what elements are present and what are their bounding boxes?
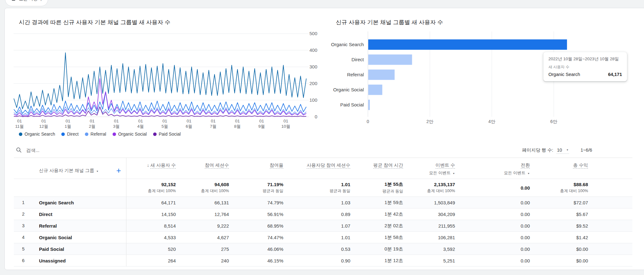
metric-cell: 211,955	[403, 220, 455, 231]
header-row-number-spacer	[14, 158, 33, 179]
table-row[interactable]: 6Unassigned26424046.15%0.901분 12초5,2510.…	[14, 255, 632, 267]
legend-dot-icon	[113, 132, 116, 136]
svg-text:10월: 10월	[281, 124, 291, 129]
metric-cell: 74.47%	[229, 232, 283, 243]
legend-dot-icon	[61, 132, 65, 136]
column-header-2[interactable]: 참여 세션수	[176, 158, 229, 179]
rows-per-page-label: 페이지당 행 수:	[522, 147, 553, 153]
channel-name: Unassigned	[33, 255, 126, 266]
metric-cell: 56.91%	[229, 208, 283, 220]
table-search[interactable]	[16, 147, 522, 153]
svg-text:01: 01	[65, 119, 70, 123]
legend-item-organic-search[interactable]: Organic Search	[19, 132, 55, 137]
data-table: 페이지당 행 수: 10 ▼ 1~6/6 신규 사용자 기본 채널 그룹▼ + …	[14, 143, 632, 267]
svg-text:01: 01	[211, 119, 215, 123]
metric-cell: 46.06%	[229, 243, 283, 255]
metric-cell: $0.00	[530, 243, 588, 255]
svg-text:01: 01	[114, 119, 119, 123]
sort-descending-icon: ↓	[147, 163, 149, 168]
svg-text:9월: 9월	[258, 124, 265, 129]
metric-cell: 66,131	[176, 197, 229, 208]
dimension-column-header[interactable]: 신규 사용자 기본 채널 그룹▼ +	[33, 158, 126, 179]
svg-text:12월: 12월	[39, 124, 48, 129]
metric-cell: 0.00	[455, 220, 530, 231]
table-totals-row: 92,152총계 대비 100%94,608총계 대비 100%71.19%평균…	[14, 179, 632, 197]
svg-text:01: 01	[162, 119, 167, 123]
row-number: 6	[14, 255, 33, 266]
metric-cell: 0분 19초	[350, 243, 403, 255]
rows-per-page-select[interactable]: 10 ▼	[556, 147, 569, 154]
svg-text:Organic Search: Organic Search	[331, 42, 364, 47]
channel-name: Direct	[33, 208, 126, 220]
totals-cell: 94,608총계 대비 100%	[176, 179, 229, 197]
add-dimension-button[interactable]: +	[116, 167, 121, 174]
svg-text:7월: 7월	[210, 124, 216, 129]
totals-cell: 92,152총계 대비 100%	[126, 179, 176, 197]
legend-item-paid-social[interactable]: Paid Social	[153, 132, 181, 137]
metric-cell: 1분 12초	[350, 255, 403, 266]
report-card: 시간 경과에 따른 신규 사용자 기본 채널 그룹별 새 사용자 수 신규 사용…	[4, 8, 644, 270]
tooltip-value: 64,171	[608, 72, 622, 77]
legend-item-referral[interactable]: Referral	[85, 132, 106, 137]
metric-cell: 2분 02초	[350, 220, 403, 231]
legend-item-organic-social[interactable]: Organic Social	[113, 132, 147, 137]
metric-cell: 1분 58초	[350, 232, 403, 243]
totals-dimension-spacer	[33, 179, 126, 197]
column-header-6[interactable]: 이벤트 수모든 이벤트▼	[403, 158, 455, 179]
metric-cell: 8,514	[126, 220, 176, 231]
table-row[interactable]: 4Organic Social4,5334,62774.47%1.011분 58…	[14, 232, 632, 243]
row-number: 5	[14, 243, 33, 255]
svg-text:8월: 8월	[234, 124, 241, 129]
chevron-down-icon: ▼	[566, 149, 569, 151]
tooltip-date-range: 2022년 10월 28일~2023년 10월 28일	[548, 56, 622, 62]
metric-cell: 240	[176, 255, 229, 266]
channel-name: Referral	[33, 220, 126, 231]
metric-cell: 0.00	[455, 208, 530, 220]
pagination-controls: 페이지당 행 수: 10 ▼ 1~6/6	[522, 147, 632, 154]
svg-text:3월: 3월	[113, 124, 119, 129]
metric-cell: 106,281	[403, 232, 455, 243]
table-row[interactable]: 2Direct14,15012,76456.91%0.891분 42초304,2…	[14, 208, 632, 220]
metric-cell: 264	[126, 255, 176, 266]
column-header-4[interactable]: 사용자당 참여 세션수	[283, 158, 350, 179]
legend-dot-icon	[153, 132, 157, 136]
tooltip-metric-label: 새 사용자 수	[548, 64, 622, 70]
metric-cell: 0.89	[283, 208, 350, 220]
totals-row-number-spacer	[14, 179, 33, 197]
metric-cell: $1.42	[530, 232, 588, 243]
comparison-chip-all-users[interactable]: 모든 사용자	[5, 0, 48, 6]
charts-section: 시간 경과에 따른 신규 사용자 기본 채널 그룹별 새 사용자 수 신규 사용…	[5, 8, 644, 143]
search-input[interactable]	[25, 147, 127, 153]
table-row[interactable]: 1Organic Search64,17166,13174.79%1.031분 …	[14, 197, 632, 208]
chevron-down-icon[interactable]: ▼	[96, 170, 99, 172]
table-header-row: 신규 사용자 기본 채널 그룹▼ + ↓새 사용자 수참여 세션수참여율사용자당…	[14, 158, 632, 179]
column-header-3[interactable]: 참여율	[229, 158, 283, 179]
event-filter-dropdown[interactable]: 모든 이벤트▼	[504, 170, 530, 176]
svg-text:01: 01	[259, 119, 264, 123]
metric-cell: 68.95%	[229, 220, 283, 231]
metric-cell: 1.03	[283, 197, 350, 208]
line-chart[interactable]: 01002003004005000111월0112월011월012월013월01…	[12, 31, 323, 130]
metric-cell: 74.79%	[229, 197, 283, 208]
svg-text:2월: 2월	[89, 124, 95, 129]
column-header-8[interactable]: 총 수익	[530, 158, 588, 179]
legend-item-direct[interactable]: Direct	[61, 132, 79, 137]
line-chart-legend: Organic SearchDirectReferralOrganic Soci…	[19, 132, 181, 137]
channel-name: Paid Social	[33, 243, 126, 255]
svg-text:01: 01	[17, 119, 22, 123]
metric-cell: $5.67	[530, 208, 588, 220]
svg-text:1월: 1월	[64, 124, 71, 129]
totals-cell: $88.68총계 대비 100%	[530, 179, 588, 197]
svg-text:Paid Social: Paid Social	[340, 102, 364, 107]
table-row[interactable]: 3Referral8,5149,22268.95%1.072분 02초211,9…	[14, 220, 632, 232]
svg-text:6월: 6월	[186, 124, 192, 129]
metric-cell: 0.00	[455, 232, 530, 243]
comparison-chip-label: 모든 사용자	[19, 0, 42, 2]
column-header-7[interactable]: 전환모든 이벤트▼	[455, 158, 530, 179]
svg-text:4만: 4만	[488, 119, 495, 124]
column-header-1[interactable]: ↓새 사용자 수	[126, 158, 176, 179]
table-row[interactable]: 5Paid Social52027546.06%0.530분 19초3,5920…	[14, 243, 632, 255]
column-header-5[interactable]: 평균 참여 시간	[350, 158, 403, 179]
event-filter-dropdown[interactable]: 모든 이벤트▼	[429, 170, 455, 176]
tooltip-series-name: Organic Search	[548, 72, 580, 77]
